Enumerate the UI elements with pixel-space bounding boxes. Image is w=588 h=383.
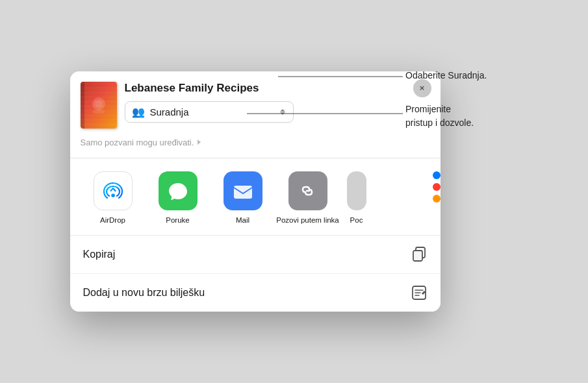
svg-point-2 <box>92 110 105 114</box>
access-text: Samo pozvani mogu uređivati. <box>81 138 194 147</box>
airdrop-icon-svg <box>101 179 125 203</box>
messages-label: Poruke <box>166 216 189 225</box>
book-thumbnail <box>81 82 117 129</box>
action-row-quick-note[interactable]: Dodaj u novu brzu bilješku <box>70 274 441 312</box>
copy-icon <box>411 246 428 263</box>
color-dots <box>433 171 441 203</box>
more-icon-bg <box>347 171 366 210</box>
share-item-invite-link[interactable]: Pozovi putem linka <box>275 171 340 225</box>
people-icon: 👥 <box>132 106 145 118</box>
access-chevron-icon <box>198 140 201 145</box>
close-button[interactable]: × <box>413 79 431 97</box>
orange-dot <box>433 195 441 203</box>
svg-point-0 <box>92 97 105 110</box>
mail-icon-bg <box>224 171 262 210</box>
invite-link-label: Pozovi putem linka <box>276 216 339 225</box>
action-row-copy[interactable]: Kopiraj <box>70 236 441 274</box>
messages-icon-svg <box>166 179 190 203</box>
collab-label: Suradnja <box>150 106 275 117</box>
share-icons-row: AirDrop Poruke Mail <box>70 158 441 236</box>
copy-label: Kopiraj <box>83 249 116 260</box>
access-row[interactable]: Samo pozvani mogu uređivati. <box>81 136 428 149</box>
share-item-messages[interactable]: Poruke <box>146 171 211 225</box>
mail-icon-svg <box>231 179 255 203</box>
airdrop-icon-bg <box>94 171 133 210</box>
invite-icon-svg <box>296 179 320 203</box>
book-title: Lebanese Family Recipes <box>125 82 428 95</box>
book-spine <box>81 82 84 129</box>
airdrop-label: AirDrop <box>100 216 125 225</box>
share-panel: Lebanese Family Recipes 👥 Suradnja Samo … <box>70 71 441 312</box>
share-item-mail[interactable]: Mail <box>211 171 275 225</box>
svg-point-3 <box>111 193 115 197</box>
quick-note-label: Dodaj u novu brzu bilješku <box>83 287 205 299</box>
collaboration-dropdown[interactable]: 👥 Suradnja <box>125 101 294 123</box>
panel-header: Lebanese Family Recipes 👥 Suradnja Samo … <box>70 71 441 158</box>
chevron-updown-icon <box>280 109 285 115</box>
red-dot <box>433 183 441 191</box>
more-label: Poc <box>350 216 363 225</box>
scene: Lebanese Family Recipes 👥 Suradnja Samo … <box>0 0 588 383</box>
header-top: Lebanese Family Recipes 👥 Suradnja <box>81 82 428 129</box>
svg-rect-5 <box>234 186 252 199</box>
svg-point-1 <box>95 100 103 108</box>
action-rows: Kopiraj Dodaj u novu brzu bilješku <box>70 236 441 312</box>
close-icon: × <box>420 83 425 93</box>
share-item-airdrop[interactable]: AirDrop <box>81 171 146 225</box>
book-cover-art <box>88 92 109 118</box>
mail-label: Mail <box>236 216 249 225</box>
quick-note-icon <box>411 284 428 301</box>
messages-icon-bg <box>159 171 198 210</box>
share-item-more[interactable]: Poc <box>340 171 373 225</box>
invite-icon-bg <box>288 171 327 210</box>
header-info: Lebanese Family Recipes 👥 Suradnja <box>125 82 428 123</box>
svg-rect-8 <box>413 251 422 261</box>
blue-dot <box>433 171 441 179</box>
